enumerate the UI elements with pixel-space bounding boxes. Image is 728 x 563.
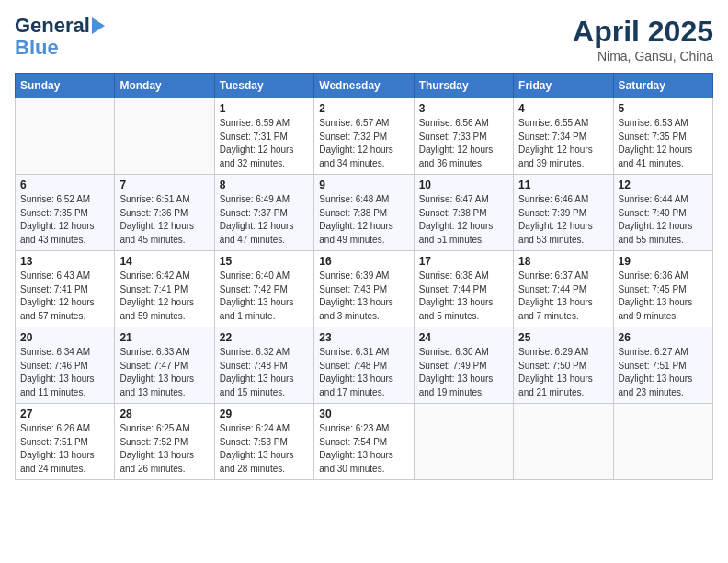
header-day-thursday: Thursday bbox=[414, 74, 513, 98]
day-cell: 24Sunrise: 6:30 AM Sunset: 7:49 PM Dayli… bbox=[414, 327, 513, 404]
day-cell: 23Sunrise: 6:31 AM Sunset: 7:48 PM Dayli… bbox=[314, 327, 414, 404]
day-cell: 5Sunrise: 6:53 AM Sunset: 7:35 PM Daylig… bbox=[613, 98, 712, 175]
day-cell: 25Sunrise: 6:29 AM Sunset: 7:50 PM Dayli… bbox=[514, 327, 613, 404]
day-number: 16 bbox=[319, 255, 408, 268]
day-info: Sunrise: 6:38 AM Sunset: 7:44 PM Dayligh… bbox=[419, 270, 508, 323]
day-number: 25 bbox=[518, 331, 608, 344]
day-cell bbox=[514, 404, 613, 480]
header-row: SundayMondayTuesdayWednesdayThursdayFrid… bbox=[16, 74, 713, 98]
day-info: Sunrise: 6:30 AM Sunset: 7:49 PM Dayligh… bbox=[419, 346, 508, 399]
day-number: 8 bbox=[220, 178, 309, 191]
calendar-table: SundayMondayTuesdayWednesdayThursdayFrid… bbox=[15, 73, 713, 480]
day-info: Sunrise: 6:55 AM Sunset: 7:34 PM Dayligh… bbox=[518, 117, 608, 170]
header-day-sunday: Sunday bbox=[16, 74, 115, 98]
day-info: Sunrise: 6:25 AM Sunset: 7:52 PM Dayligh… bbox=[119, 422, 209, 476]
day-info: Sunrise: 6:36 AM Sunset: 7:45 PM Dayligh… bbox=[619, 270, 708, 323]
day-info: Sunrise: 6:42 AM Sunset: 7:41 PM Dayligh… bbox=[119, 270, 209, 323]
day-info: Sunrise: 6:34 AM Sunset: 7:46 PM Dayligh… bbox=[20, 346, 109, 399]
day-number: 23 bbox=[319, 331, 408, 344]
day-info: Sunrise: 6:39 AM Sunset: 7:43 PM Dayligh… bbox=[319, 270, 408, 323]
day-info: Sunrise: 6:24 AM Sunset: 7:53 PM Dayligh… bbox=[220, 422, 309, 476]
day-cell bbox=[613, 404, 712, 480]
day-info: Sunrise: 6:52 AM Sunset: 7:35 PM Dayligh… bbox=[20, 193, 109, 247]
day-info: Sunrise: 6:48 AM Sunset: 7:38 PM Dayligh… bbox=[319, 193, 408, 247]
page-header: General Blue April 2025 Nima, Gansu, Chi… bbox=[15, 15, 713, 63]
day-info: Sunrise: 6:29 AM Sunset: 7:50 PM Dayligh… bbox=[518, 346, 608, 399]
day-cell: 12Sunrise: 6:44 AM Sunset: 7:40 PM Dayli… bbox=[613, 175, 712, 251]
month-title: April 2025 bbox=[573, 15, 713, 49]
day-info: Sunrise: 6:27 AM Sunset: 7:51 PM Dayligh… bbox=[619, 346, 708, 399]
title-block: April 2025 Nima, Gansu, China bbox=[573, 15, 713, 63]
day-cell: 26Sunrise: 6:27 AM Sunset: 7:51 PM Dayli… bbox=[613, 327, 712, 404]
day-cell: 21Sunrise: 6:33 AM Sunset: 7:47 PM Dayli… bbox=[115, 327, 214, 404]
week-row-3: 13Sunrise: 6:43 AM Sunset: 7:41 PM Dayli… bbox=[16, 251, 713, 327]
logo-icon bbox=[92, 17, 105, 34]
day-number: 14 bbox=[119, 255, 209, 268]
day-cell: 7Sunrise: 6:51 AM Sunset: 7:36 PM Daylig… bbox=[115, 175, 214, 251]
day-number: 1 bbox=[220, 102, 309, 115]
day-info: Sunrise: 6:37 AM Sunset: 7:44 PM Dayligh… bbox=[518, 270, 608, 323]
day-info: Sunrise: 6:49 AM Sunset: 7:37 PM Dayligh… bbox=[220, 193, 309, 247]
day-cell: 29Sunrise: 6:24 AM Sunset: 7:53 PM Dayli… bbox=[214, 404, 313, 480]
day-cell: 13Sunrise: 6:43 AM Sunset: 7:41 PM Dayli… bbox=[16, 251, 115, 327]
day-cell bbox=[414, 404, 513, 480]
day-cell: 10Sunrise: 6:47 AM Sunset: 7:38 PM Dayli… bbox=[414, 175, 513, 251]
day-info: Sunrise: 6:31 AM Sunset: 7:48 PM Dayligh… bbox=[319, 346, 408, 399]
day-number: 18 bbox=[518, 255, 608, 268]
day-cell: 9Sunrise: 6:48 AM Sunset: 7:38 PM Daylig… bbox=[314, 175, 414, 251]
day-cell bbox=[16, 98, 115, 175]
day-info: Sunrise: 6:59 AM Sunset: 7:31 PM Dayligh… bbox=[220, 117, 309, 170]
svg-marker-0 bbox=[92, 17, 105, 34]
day-info: Sunrise: 6:43 AM Sunset: 7:41 PM Dayligh… bbox=[20, 270, 109, 323]
day-cell: 20Sunrise: 6:34 AM Sunset: 7:46 PM Dayli… bbox=[16, 327, 115, 404]
day-number: 20 bbox=[20, 331, 109, 344]
day-cell: 6Sunrise: 6:52 AM Sunset: 7:35 PM Daylig… bbox=[16, 175, 115, 251]
week-row-4: 20Sunrise: 6:34 AM Sunset: 7:46 PM Dayli… bbox=[16, 327, 713, 404]
day-cell: 22Sunrise: 6:32 AM Sunset: 7:48 PM Dayli… bbox=[214, 327, 313, 404]
calendar-header: SundayMondayTuesdayWednesdayThursdayFrid… bbox=[16, 74, 713, 98]
day-number: 15 bbox=[220, 255, 309, 268]
day-number: 22 bbox=[220, 331, 309, 344]
logo-text-general: General bbox=[15, 15, 90, 37]
day-number: 26 bbox=[619, 331, 708, 344]
day-number: 10 bbox=[419, 178, 508, 191]
day-number: 24 bbox=[419, 331, 508, 344]
header-day-monday: Monday bbox=[115, 74, 214, 98]
day-number: 2 bbox=[319, 102, 408, 115]
day-info: Sunrise: 6:47 AM Sunset: 7:38 PM Dayligh… bbox=[419, 193, 508, 247]
week-row-2: 6Sunrise: 6:52 AM Sunset: 7:35 PM Daylig… bbox=[16, 175, 713, 251]
day-number: 7 bbox=[119, 178, 209, 191]
header-day-tuesday: Tuesday bbox=[214, 74, 313, 98]
day-info: Sunrise: 6:23 AM Sunset: 7:54 PM Dayligh… bbox=[319, 422, 408, 476]
day-number: 13 bbox=[20, 255, 109, 268]
day-number: 5 bbox=[619, 102, 708, 115]
day-cell: 8Sunrise: 6:49 AM Sunset: 7:37 PM Daylig… bbox=[214, 175, 313, 251]
header-day-saturday: Saturday bbox=[613, 74, 712, 98]
day-info: Sunrise: 6:53 AM Sunset: 7:35 PM Dayligh… bbox=[619, 117, 708, 170]
day-cell: 16Sunrise: 6:39 AM Sunset: 7:43 PM Dayli… bbox=[314, 251, 414, 327]
day-cell bbox=[115, 98, 214, 175]
day-number: 9 bbox=[319, 178, 408, 191]
calendar-body: 1Sunrise: 6:59 AM Sunset: 7:31 PM Daylig… bbox=[16, 98, 713, 480]
day-number: 21 bbox=[119, 331, 209, 344]
day-number: 29 bbox=[220, 408, 309, 420]
day-number: 30 bbox=[319, 408, 408, 420]
day-number: 4 bbox=[518, 102, 608, 115]
day-info: Sunrise: 6:32 AM Sunset: 7:48 PM Dayligh… bbox=[220, 346, 309, 399]
day-info: Sunrise: 6:33 AM Sunset: 7:47 PM Dayligh… bbox=[119, 346, 209, 399]
day-number: 28 bbox=[119, 408, 209, 420]
day-cell: 1Sunrise: 6:59 AM Sunset: 7:31 PM Daylig… bbox=[214, 98, 313, 175]
day-number: 3 bbox=[419, 102, 508, 115]
day-number: 6 bbox=[20, 178, 109, 191]
day-info: Sunrise: 6:51 AM Sunset: 7:36 PM Dayligh… bbox=[119, 193, 209, 247]
header-day-friday: Friday bbox=[514, 74, 613, 98]
day-number: 11 bbox=[518, 178, 608, 191]
location-subtitle: Nima, Gansu, China bbox=[573, 49, 713, 63]
day-info: Sunrise: 6:44 AM Sunset: 7:40 PM Dayligh… bbox=[619, 193, 708, 247]
day-info: Sunrise: 6:56 AM Sunset: 7:33 PM Dayligh… bbox=[419, 117, 508, 170]
day-info: Sunrise: 6:26 AM Sunset: 7:51 PM Dayligh… bbox=[20, 422, 109, 476]
logo: General Blue bbox=[15, 15, 107, 59]
day-cell: 14Sunrise: 6:42 AM Sunset: 7:41 PM Dayli… bbox=[115, 251, 214, 327]
day-info: Sunrise: 6:46 AM Sunset: 7:39 PM Dayligh… bbox=[518, 193, 608, 247]
day-number: 12 bbox=[619, 178, 708, 191]
